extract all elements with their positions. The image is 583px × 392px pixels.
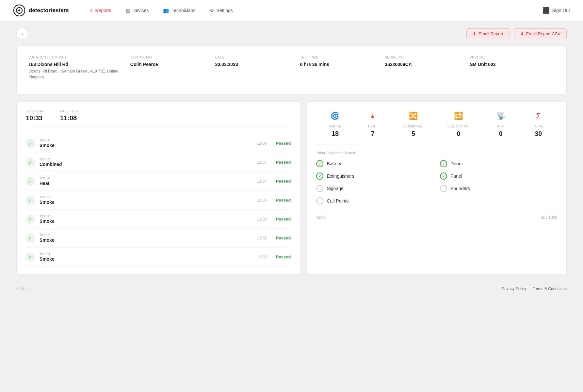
test-time-col: TEST TIME 0 hrs 36 mins	[300, 56, 385, 80]
stat-icon-smoke: 🌀	[329, 109, 342, 122]
test-status: Passed	[276, 141, 291, 146]
test-status: Passed	[276, 254, 291, 259]
stat-icon-sequential: 🔁	[452, 109, 465, 122]
logo: detectortesters	[13, 4, 69, 17]
equipment-item-battery: ✓ Battery	[316, 160, 433, 167]
equipment-item-sounders: Sounders	[440, 185, 557, 192]
date-col: DATE 23.03.2023	[215, 56, 300, 80]
test-name: Smoke	[40, 200, 252, 205]
equipment-section: Other Equipment Tested ✓ Battery ✓ Doors…	[316, 151, 557, 204]
test-info: Test 28 Heat	[40, 176, 252, 186]
equipment-label-signage: Signage	[327, 186, 343, 191]
test-info: Test 25 Smoke	[40, 233, 252, 243]
nav-links: ○ Reports ▤ Devices 👥 Technicians ⚙ Sett…	[89, 8, 543, 13]
left-panel: TEST START 10:33 LAST TEST 11:08 ✓ Test …	[16, 101, 300, 275]
test-check-icon: ✓	[26, 158, 35, 167]
notes-count: 50 / 1000	[541, 215, 557, 220]
test-check-icon: ✓	[26, 196, 35, 205]
equipment-check-battery: ✓	[316, 160, 323, 167]
nav-settings[interactable]: ⚙ Settings	[208, 8, 234, 13]
product-value: SM Unit 003	[470, 62, 555, 67]
download-csv-icon: ⬇	[520, 31, 524, 36]
test-time: 11:03	[257, 217, 267, 221]
main-content: TEST START 10:33 LAST TEST 11:08 ✓ Test …	[16, 101, 567, 275]
notes-label: Notes	[316, 215, 326, 220]
test-info: Test 30 Smoke	[40, 139, 252, 148]
stat-value-asd: 0	[499, 130, 503, 138]
test-status: Passed	[276, 236, 291, 240]
test-number: Test 27	[40, 195, 252, 199]
right-panel: 🌀 SMOKE 18 🌡 HEAT 7 🔀 COMBINED 5 🔁 SEQUE…	[307, 101, 567, 275]
test-row: ✓ Test 27 Smoke 11:06 Passed	[26, 191, 291, 210]
email-report-button[interactable]: ⬇ Email Report	[466, 28, 509, 39]
equipment-label-sounders: Sounders	[450, 186, 470, 191]
logo-text: detectortesters	[29, 7, 69, 14]
stat-value-heat: 7	[371, 130, 375, 138]
stat-value-combined: 5	[412, 130, 415, 138]
info-card: LOCATION / COMPANY 163 Dixons Hill Rd Di…	[16, 46, 567, 95]
test-check-icon: ✓	[26, 253, 35, 262]
stat-icon-asd: 📡	[494, 109, 507, 122]
test-info: Test 26 Smoke	[40, 214, 252, 224]
test-number: Test 26	[40, 214, 252, 218]
stat-asd: 📡 ASD 0	[494, 109, 507, 138]
test-time: 11:06	[257, 198, 267, 203]
test-list: ✓ Test 30 Smoke 11:08 Passed ✓ Test 29 C…	[26, 134, 291, 267]
test-info: Test 29 Combined	[40, 157, 252, 167]
back-button[interactable]: ‹	[16, 28, 28, 40]
stat-label-sequential: SEQUENTIAL	[447, 124, 470, 128]
terms-link[interactable]: Terms & Conditions	[533, 286, 567, 291]
svg-point-2	[18, 9, 20, 11]
location-sub: Dixons Hill Road , Welham Green , AL9 7J…	[28, 68, 130, 80]
equipment-label-panel: Panel	[450, 173, 462, 179]
test-info: Test 27 Smoke	[40, 195, 252, 205]
version-label: v 1.0.1	[16, 287, 27, 291]
test-time-value: 0 hrs 36 mins	[300, 62, 385, 67]
nav-reports[interactable]: ○ Reports	[89, 8, 113, 13]
test-row: ✓ Test 24 Smoke 11:00 Passed	[26, 248, 291, 267]
product-col: PRODUCT SM Unit 003	[470, 56, 555, 80]
equipment-check-doors: ✓	[440, 160, 447, 167]
test-name: Combined	[40, 162, 252, 167]
test-check-icon: ✓	[26, 215, 35, 224]
footer: v 1.0.1 Privacy Policy Terms & Condition…	[0, 281, 583, 296]
test-time: 11:00	[257, 255, 267, 259]
back-icon: ‹	[21, 31, 23, 37]
test-check-icon: ✓	[26, 177, 35, 186]
equipment-item-panel: ✓ Panel	[440, 172, 557, 180]
nav-technicians[interactable]: 👥 Technicians	[162, 8, 197, 13]
devices-icon: ▤	[126, 8, 130, 13]
stats-row: 🌀 SMOKE 18 🌡 HEAT 7 🔀 COMBINED 5 🔁 SEQUE…	[316, 109, 557, 144]
test-number: Test 28	[40, 176, 252, 180]
equipment-item-call_points: Call Points	[316, 197, 433, 204]
email-report-csv-button[interactable]: ⬇ Email Report CSV	[514, 28, 567, 39]
stat-total: Σ TOTAL 30	[532, 109, 545, 138]
test-time: 11:02	[257, 236, 267, 240]
location-name: 163 Dixons Hill Rd	[28, 62, 130, 67]
sign-out-button[interactable]: ⬛ Sign Out	[543, 7, 570, 14]
serial-value: 36220009CA	[385, 62, 470, 67]
test-row: ✓ Test 29 Combined 11:07 Passed	[26, 153, 291, 172]
stat-label-smoke: SMOKE	[329, 124, 342, 128]
test-number: Test 29	[40, 157, 252, 161]
technician-col: TECHNICIAN Colin Pearce	[130, 56, 215, 80]
stat-value-sequential: 0	[457, 130, 460, 138]
reports-icon: ○	[90, 8, 93, 13]
equipment-check-signage	[316, 185, 323, 192]
equipment-label-call_points: Call Points	[327, 198, 348, 204]
serial-col: SERIAL NO 36220009CA	[385, 56, 470, 80]
equipment-check-call_points	[316, 197, 323, 204]
stat-label-total: TOTAL	[533, 124, 544, 128]
equipment-check-sounders	[440, 185, 447, 192]
stat-heat: 🌡 HEAT 7	[366, 109, 379, 138]
equipment-check-panel: ✓	[440, 172, 447, 180]
privacy-policy-link[interactable]: Privacy Policy	[502, 286, 526, 291]
test-time: 11:08	[257, 141, 267, 146]
test-time: 11:07	[257, 179, 267, 184]
test-name: Smoke	[40, 256, 252, 262]
equipment-check-extinguishers: ✓	[316, 172, 323, 180]
footer-links: Privacy Policy Terms & Conditions	[502, 286, 567, 291]
nav-devices[interactable]: ▤ Devices	[124, 8, 150, 13]
test-time: 11:07	[257, 160, 267, 165]
notes-section: Notes 50 / 1000	[316, 211, 557, 220]
